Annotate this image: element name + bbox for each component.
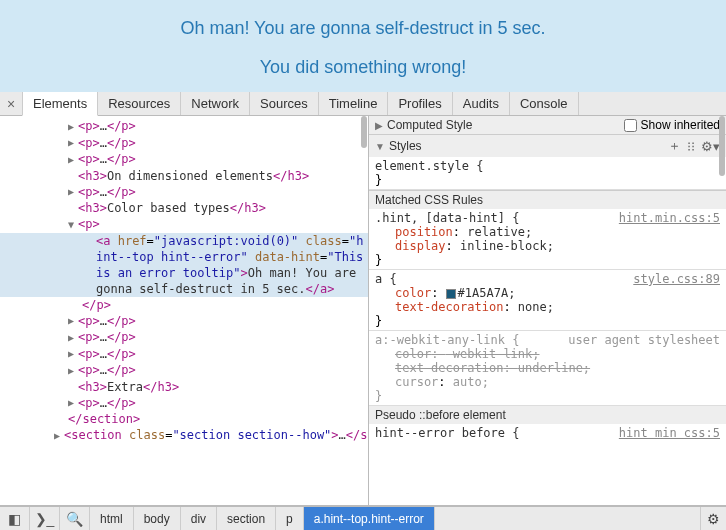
dom-node-p[interactable]: ▶<p>…</p> <box>0 362 368 379</box>
add-style-icon[interactable]: ＋ <box>668 137 681 155</box>
expand-arrow-icon[interactable]: ▶ <box>54 428 64 444</box>
tag-open: <h3> <box>78 169 107 183</box>
css-rule-a[interactable]: style.css:89 a { color: #1A5A7A; text-de… <box>369 270 726 331</box>
expand-arrow-icon[interactable]: ▶ <box>68 152 78 168</box>
sidebar-scrollbar[interactable] <box>719 116 725 176</box>
dom-node-p-close[interactable]: </p> <box>0 297 368 313</box>
dom-node-p[interactable]: ▶<p>…</p> <box>0 151 368 168</box>
source-link[interactable]: hint.min.css:5 <box>619 211 720 225</box>
css-property[interactable]: color: #1A5A7A; <box>375 286 720 300</box>
tab-audits[interactable]: Audits <box>453 92 510 115</box>
expand-arrow-icon[interactable]: ▶ <box>375 120 383 131</box>
computed-style-title[interactable]: Computed Style <box>387 118 624 132</box>
tag-close: </p> <box>107 363 136 377</box>
crumb-p[interactable]: p <box>276 507 304 530</box>
tag-open: <p> <box>78 119 100 133</box>
tag-open: <p> <box>78 330 100 344</box>
toggle-state-icon[interactable]: ⁝⁝ <box>687 139 695 154</box>
tag-open: <p> <box>78 185 100 199</box>
css-property[interactable]: position: relative; <box>375 225 720 239</box>
expand-arrow-icon[interactable]: ▶ <box>68 346 78 362</box>
prop-value: relative; <box>467 225 532 239</box>
tag-close: </p> <box>82 298 111 312</box>
dom-node-p[interactable]: ▶<p>…</p> <box>0 135 368 152</box>
dom-node-section[interactable]: ▶<section class="section section--how">…… <box>0 427 368 444</box>
close-devtools-button[interactable]: × <box>0 96 22 112</box>
expand-arrow-icon[interactable]: ▶ <box>68 363 78 379</box>
prop-name: cursor <box>395 375 438 389</box>
tab-resources[interactable]: Resources <box>98 92 181 115</box>
collapse-arrow-icon[interactable]: ▼ <box>375 141 385 152</box>
ellipsis: … <box>100 347 107 361</box>
color-swatch-icon[interactable] <box>446 289 456 299</box>
styles-title[interactable]: Styles <box>389 139 662 153</box>
dock-button[interactable]: ◧ <box>0 507 30 530</box>
rule-close: } <box>375 173 720 187</box>
dom-scrollbar[interactable] <box>361 116 367 148</box>
crumb-body[interactable]: body <box>134 507 181 530</box>
prop-name: color <box>395 286 431 300</box>
crumb-section[interactable]: section <box>217 507 276 530</box>
element-style-rule[interactable]: element.style { } <box>369 157 726 190</box>
tag-close: </h3> <box>230 201 266 215</box>
dom-tree-panel[interactable]: ▶<p>…</p> ▶<p>…</p> ▶<p>…</p> <h3>On dim… <box>0 116 368 505</box>
attr-name: data-hint <box>255 250 320 264</box>
dom-node-p[interactable]: ▶<p>…</p> <box>0 395 368 412</box>
crumb-div[interactable]: div <box>181 507 217 530</box>
css-property[interactable]: display: inline-block; <box>375 239 720 253</box>
tab-network[interactable]: Network <box>181 92 250 115</box>
expand-arrow-icon[interactable]: ▶ <box>68 119 78 135</box>
settings-gear-icon[interactable]: ⚙ <box>700 507 726 530</box>
expand-arrow-icon[interactable]: ▶ <box>68 184 78 200</box>
crumb-a-selected[interactable]: a.hint--top.hint--error <box>304 507 435 530</box>
source-link[interactable]: hint min css:5 <box>619 426 720 440</box>
expand-arrow-icon[interactable]: ▶ <box>68 395 78 411</box>
css-property-overridden: color: -webkit-link; <box>375 347 720 361</box>
dom-node-p[interactable]: ▶<p>…</p> <box>0 346 368 363</box>
collapse-arrow-icon[interactable]: ▼ <box>68 217 78 233</box>
dom-node-p[interactable]: ▶<p>…</p> <box>0 118 368 135</box>
dom-node-h3[interactable]: <h3>On dimensioned elements</h3> <box>0 168 368 184</box>
tab-sources[interactable]: Sources <box>250 92 319 115</box>
dom-node-a-selected[interactable]: <a href="javascript:void(0)" class="hint… <box>0 233 368 297</box>
breadcrumb: html body div section p a.hint--top.hint… <box>90 507 700 530</box>
styles-section: ▼ Styles ＋ ⁝⁝ ⚙▾ element.style { } <box>369 135 726 191</box>
css-rule-hint[interactable]: hint.min.css:5 .hint, [data-hint] { posi… <box>369 209 726 270</box>
css-rule-pseudo[interactable]: hint min css:5 hint--error before { <box>369 424 726 442</box>
devtools-tabbar: × Elements Resources Network Sources Tim… <box>0 92 726 116</box>
dom-node-section-close[interactable]: </section> <box>0 411 368 427</box>
dom-node-h3[interactable]: <h3>Color based types</h3> <box>0 200 368 216</box>
dom-node-h3[interactable]: <h3>Extra</h3> <box>0 379 368 395</box>
dom-node-p-open[interactable]: ▼<p> <box>0 216 368 233</box>
tag-open: <h3> <box>78 380 107 394</box>
tab-elements[interactable]: Elements <box>22 92 98 116</box>
css-rule-ua[interactable]: user agent stylesheet a:-webkit-any-link… <box>369 331 726 406</box>
expand-arrow-icon[interactable]: ▶ <box>68 313 78 329</box>
css-property[interactable]: text-decoration: none; <box>375 300 720 314</box>
prop-value: inline-block; <box>460 239 554 253</box>
css-property: cursor: auto; <box>375 375 720 389</box>
prop-name: position <box>395 225 453 239</box>
source-link[interactable]: style.css:89 <box>633 272 720 286</box>
dom-node-p[interactable]: ▶<p>…</p> <box>0 184 368 201</box>
dom-node-p[interactable]: ▶<p>…</p> <box>0 313 368 330</box>
expand-arrow-icon[interactable]: ▶ <box>68 330 78 346</box>
prop-name: text-decoration <box>395 361 503 375</box>
expand-arrow-icon[interactable]: ▶ <box>68 135 78 151</box>
gear-icon[interactable]: ⚙▾ <box>701 139 720 154</box>
prop-value: none; <box>518 300 554 314</box>
prop-value: auto; <box>453 375 489 389</box>
search-button[interactable]: 🔍 <box>60 507 90 530</box>
tag-close: </section> <box>68 412 140 426</box>
devtools-main: ▶<p>…</p> ▶<p>…</p> ▶<p>…</p> <h3>On dim… <box>0 116 726 506</box>
crumb-html[interactable]: html <box>90 507 134 530</box>
ellipsis: … <box>100 136 107 150</box>
tag-open: <a <box>96 234 118 248</box>
tab-profiles[interactable]: Profiles <box>388 92 452 115</box>
tab-console[interactable]: Console <box>510 92 579 115</box>
show-inherited-checkbox[interactable] <box>624 119 637 132</box>
dom-node-p[interactable]: ▶<p>…</p> <box>0 329 368 346</box>
styles-sidebar: ▶ Computed Style Show inherited ▼ Styles… <box>368 116 726 505</box>
tab-timeline[interactable]: Timeline <box>319 92 389 115</box>
show-console-button[interactable]: ❯_ <box>30 507 60 530</box>
